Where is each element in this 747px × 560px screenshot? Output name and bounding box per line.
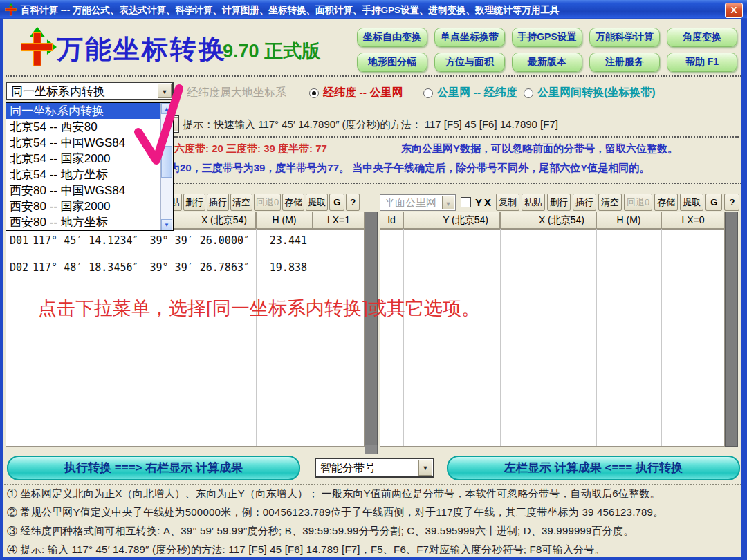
load-button[interactable]: 提取 (680, 194, 703, 211)
btn-coord-free-transform[interactable]: 坐标自由变换 (357, 28, 427, 47)
radio-latlon-to-grid[interactable]: 经纬度 -- 公里网 (309, 86, 403, 100)
clear-button[interactable]: 清空 (230, 194, 252, 211)
radio-on-icon (309, 88, 319, 98)
btn-help[interactable]: 帮助 F1 (667, 53, 737, 72)
axis-x-label: X (484, 196, 491, 208)
conversion-mode-value: 同一坐标系内转换 (11, 83, 105, 99)
right-col-x[interactable]: X (北京54) (500, 212, 596, 229)
chevron-down-icon[interactable]: ▼ (158, 84, 172, 98)
cell-id[interactable]: D02 (10, 261, 28, 274)
help-button[interactable]: ? (724, 194, 739, 211)
cell-h[interactable]: 23.441 (256, 234, 307, 247)
titlebar: 百科计算 --- 万能公式、表达式计算、科学计算、计算图册、坐标转换、面积计算、… (0, 0, 747, 19)
btn-register[interactable]: 注册服务 (589, 53, 660, 72)
footer-tip-2: ② 常规公里网Y值定义中央子午线处为500000米，例：00456123.789… (7, 506, 663, 519)
execute-right-button[interactable]: 左栏显示 计算成果 <=== 执行转换 (447, 456, 740, 480)
right-table[interactable] (380, 229, 725, 447)
undo-button: 回退0 (254, 194, 281, 211)
clear-button[interactable]: 清空 (598, 194, 622, 211)
load-button[interactable]: 提取 (306, 194, 328, 211)
cell-x[interactable]: 39° 39′ 26.7863″ (142, 261, 250, 274)
cell-x[interactable]: 39° 39′ 26.0000″ (142, 234, 250, 247)
left-col-h[interactable]: H (M) (256, 212, 313, 229)
cell-y[interactable]: 117° 48′ 18.3456″ (33, 261, 138, 274)
dropdown-option[interactable]: 西安80 -- 中国WGS84 (6, 183, 161, 198)
btn-single-point-zone[interactable]: 单点坐标换带 (434, 28, 505, 47)
app-version: 9.70 正式版 (223, 39, 320, 64)
cell-id[interactable]: D01 (10, 234, 28, 247)
conversion-mode-combobox[interactable]: 同一坐标系内转换 ▼ (6, 82, 174, 100)
insert-row-button[interactable]: 插行 (207, 194, 229, 211)
insert-row-button[interactable]: 插行 (573, 194, 596, 211)
gridline (596, 229, 597, 446)
radio-grid-to-latlon-label: 公里网 -- 经纬度 (437, 86, 517, 100)
radio-grid-to-grid[interactable]: 公里网间转换(坐标换带) (524, 86, 656, 100)
band-mode-combobox[interactable]: 智能分带号 ▼ (315, 458, 434, 478)
dropdown-option[interactable]: 北京54 -- 国家2000 (6, 151, 161, 167)
g-button[interactable]: G (329, 194, 344, 211)
save-button[interactable]: 存储 (654, 194, 678, 211)
band-mode-value: 智能分带号 (320, 460, 376, 475)
app-icon (5, 3, 17, 16)
right-datatype-value: 平面公里网 (385, 196, 436, 209)
band-note-2: 为20，三度带号为39，度半带号为77。 当中央子午线确定后，除分带号不同外，尾… (169, 162, 649, 175)
window-border-bottom (0, 557, 747, 560)
axis-y-label: Y (475, 196, 482, 208)
g-button[interactable]: G (706, 194, 722, 211)
btn-angle-transform[interactable]: 角度变换 (667, 28, 737, 47)
annotation-text: 点击下拉菜单，选择[同一坐标系内转换]或其它选项。 (38, 296, 480, 321)
btn-scientific-calc[interactable]: 万能科学计算 (589, 28, 660, 47)
scrollbar-thumb[interactable] (161, 146, 172, 178)
radio-grid-to-latlon[interactable]: 公里网 -- 经纬度 (423, 86, 517, 100)
gridline (661, 229, 662, 446)
cell-y[interactable]: 117° 45′ 14.1234″ (33, 234, 138, 247)
dropdown-option[interactable]: 同一坐标系内转换 (6, 103, 161, 119)
conversion-mode-dropdown: 同一坐标系内转换 北京54 -- 西安80 北京54 -- 中国WGS84 北京… (6, 102, 174, 231)
scroll-up-icon[interactable]: ▲ (161, 103, 172, 114)
radio-grid-to-grid-label: 公里网间转换(坐标换带) (537, 86, 656, 100)
execute-left-button[interactable]: 执行转换 ===> 右栏显示 计算成果 (7, 456, 300, 480)
dropdown-option[interactable]: 北京54 -- 地方坐标 (6, 167, 161, 183)
btn-map-sheet[interactable]: 地形图分幅 (357, 53, 427, 72)
right-col-id[interactable]: Id (380, 212, 403, 229)
dropdown-option[interactable]: 西安80 -- 国家2000 (6, 198, 161, 214)
header-buttons: 坐标自由变换 单点坐标换带 手持GPS设置 万能科学计算 角度变换 地形图分幅 … (357, 28, 737, 72)
footer-tip-3: ③ 经纬度四种格式间可相互转换: A、39° 59′ 59.99″度分秒; B、… (7, 525, 634, 538)
btn-azimuth-area[interactable]: 方位与面积 (434, 53, 505, 72)
dropdown-option[interactable]: 西安80 -- 地方坐标 (6, 214, 161, 230)
left-col-lx[interactable]: LX=1 (313, 212, 365, 229)
btn-latest-version[interactable]: 最新版本 (512, 53, 582, 72)
dropdown-option[interactable]: 北京54 -- 中国WGS84 (6, 135, 161, 151)
window-border-right (741, 19, 747, 560)
right-col-lx[interactable]: LX=0 (661, 212, 725, 229)
scroll-down-icon[interactable]: ▼ (161, 219, 172, 230)
chevron-down-icon: ▼ (442, 196, 454, 209)
copy-button[interactable]: 复制 (496, 194, 519, 211)
dropdown-scrollbar[interactable]: ▲ ▼ (160, 103, 173, 230)
undo-button: 回退0 (624, 194, 652, 211)
radio-off-icon (524, 88, 533, 98)
divider (4, 484, 741, 485)
help-button[interactable]: ? (346, 194, 360, 211)
footer-tip-1: ① 坐标网定义北向为正X（向北增大）、东向为正Y（向东增大）； 一般东向Y值前两… (7, 487, 661, 501)
close-button[interactable]: X (725, 3, 743, 18)
radio-latlon-to-grid-label: 经纬度 -- 公里网 (323, 86, 403, 100)
right-toolbar: 平面公里网 ▼ Y X 复制 粘贴 删行 插行 清空 回退0 存储 提取 G ? (380, 194, 725, 211)
dropdown-option[interactable]: 北京54 -- 西安80 (6, 119, 161, 135)
right-table-scrollbar[interactable] (725, 212, 738, 447)
right-col-y[interactable]: Y (北京54) (403, 212, 500, 229)
gridline (403, 229, 404, 446)
yx-swap-checkbox[interactable] (461, 197, 471, 207)
left-table-scrollbar[interactable] (365, 212, 378, 447)
right-col-h[interactable]: H (M) (596, 212, 661, 229)
quick-input-tip: 提示：快速输入 117° 45′ 14.7890″ (度分秒)的方法： 117 … (183, 118, 558, 131)
divider (174, 136, 739, 138)
btn-handheld-gps[interactable]: 手持GPS设置 (512, 28, 582, 47)
delete-row-button[interactable]: 删行 (183, 194, 205, 211)
save-button[interactable]: 存储 (282, 194, 304, 211)
chevron-down-icon[interactable]: ▼ (418, 460, 432, 476)
cell-h[interactable]: 19.838 (256, 261, 307, 274)
splitter-handle[interactable] (365, 445, 378, 454)
paste-button[interactable]: 粘贴 (522, 194, 545, 211)
delete-row-button[interactable]: 删行 (547, 194, 571, 211)
